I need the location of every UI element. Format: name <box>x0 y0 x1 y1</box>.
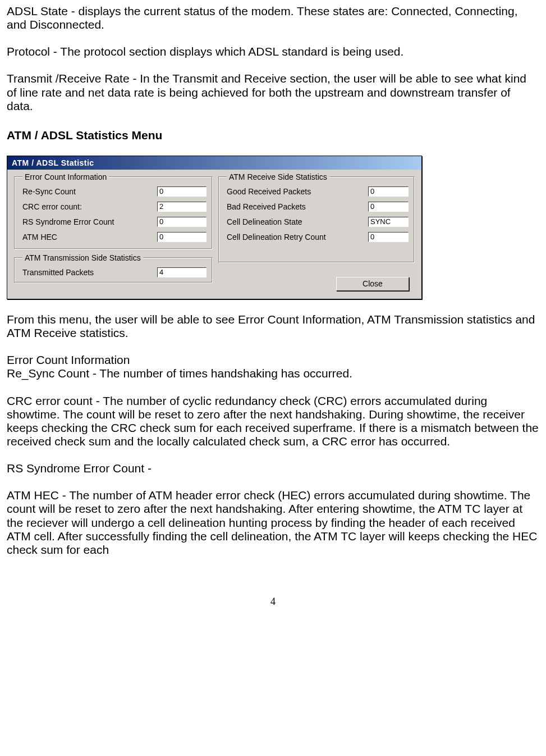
resync-count-row: Re-Sync Count <box>22 186 207 197</box>
good-rx-row: Good Received Packets <box>227 186 409 197</box>
paragraph-crc: CRC error count - The number of cyclic r… <box>7 394 539 449</box>
cell-delin-retry-row: Cell Delineation Retry Count <box>227 232 409 242</box>
tx-packets-field[interactable] <box>157 267 207 277</box>
page-number: 4 <box>7 596 539 608</box>
cell-delin-state-field[interactable] <box>368 217 409 227</box>
cell-delin-retry-label: Cell Delineation Retry Count <box>227 233 346 241</box>
atm-hec-field[interactable] <box>157 232 207 242</box>
atm-receive-group: ATM Receive Side Statistics Good Receive… <box>218 173 415 263</box>
paragraph-adsl-state: ADSL State - displays the current status… <box>7 4 539 31</box>
paragraph-protocol: Protocol - The protocol section displays… <box>7 45 539 58</box>
bad-rx-field[interactable] <box>368 202 409 212</box>
paragraph-menu-desc: From this menu, the user will be able to… <box>7 313 539 340</box>
atm-transmission-legend: ATM Transmission Side Statistics <box>22 254 143 262</box>
atm-hec-row: ATM HEC <box>22 232 207 242</box>
crc-error-row: CRC error count: <box>22 202 207 212</box>
rs-syndrome-row: RS Syndrome Error Count <box>22 217 207 227</box>
bad-rx-row: Bad Received Packets <box>227 202 409 212</box>
rs-syndrome-field[interactable] <box>157 217 207 227</box>
crc-error-label: CRC error count: <box>22 203 140 211</box>
dialog-body: Error Count Information Re-Sync Count CR… <box>7 170 421 299</box>
atm-adsl-statistic-dialog: ATM / ADSL Statistic Error Count Informa… <box>7 156 422 299</box>
error-count-group: Error Count Information Re-Sync Count CR… <box>14 173 213 249</box>
resync-count-field[interactable] <box>157 186 207 197</box>
rs-syndrome-label: RS Syndrome Error Count <box>22 218 140 226</box>
atm-receive-legend: ATM Receive Side Statistics <box>227 173 329 181</box>
bad-rx-label: Bad Received Packets <box>227 203 346 211</box>
error-count-subhead: Error Count Information <box>7 353 539 367</box>
good-rx-field[interactable] <box>368 186 409 197</box>
close-button[interactable]: Close <box>336 277 409 291</box>
tx-packets-label: Transmitted Packets <box>22 268 129 276</box>
dialog-title-bar: ATM / ADSL Statistic <box>7 156 421 170</box>
cell-delin-retry-field[interactable] <box>368 232 409 242</box>
paragraph-tx-rx-rate: Transmit /Receive Rate - In the Transmit… <box>7 72 539 112</box>
good-rx-label: Good Received Packets <box>227 188 346 195</box>
section-heading: ATM / ADSL Statistics Menu <box>7 129 539 142</box>
crc-error-field[interactable] <box>157 202 207 212</box>
cell-delin-state-label: Cell Delineation State <box>227 218 346 226</box>
atm-hec-label: ATM HEC <box>22 233 140 241</box>
paragraph-atm-hec: ATM HEC - The number of ATM header error… <box>7 489 539 557</box>
paragraph-resync: Re_Sync Count - The number of times hand… <box>7 367 539 380</box>
paragraph-rs-syndrome: RS Syndrome Error Count - <box>7 462 539 475</box>
resync-count-label: Re-Sync Count <box>22 188 140 195</box>
cell-delin-state-row: Cell Delineation State <box>227 217 409 227</box>
error-count-legend: Error Count Information <box>22 173 109 181</box>
atm-transmission-group: ATM Transmission Side Statistics Transmi… <box>14 254 213 283</box>
tx-packets-row: Transmitted Packets <box>22 267 207 277</box>
